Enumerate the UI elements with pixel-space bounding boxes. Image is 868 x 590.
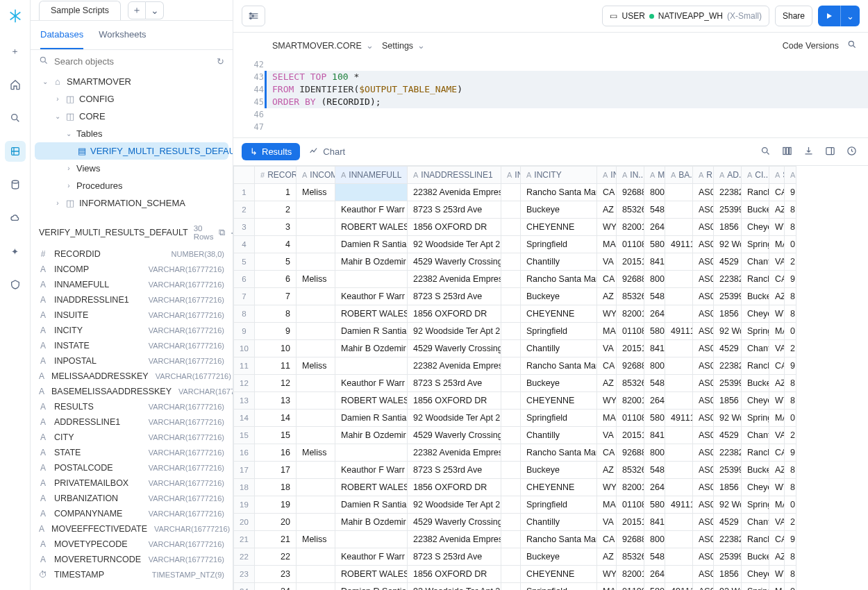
cell[interactable]: AS01,C <box>693 444 714 462</box>
cell[interactable]: 84131 <box>644 427 665 444</box>
cell[interactable]: 92688 <box>617 531 644 548</box>
cell[interactable] <box>501 375 521 392</box>
cell[interactable] <box>501 357 521 375</box>
views-node[interactable]: › Views <box>35 160 228 177</box>
cell[interactable]: 22382 Avenida Empresa <box>408 184 501 201</box>
cell[interactable]: 16 <box>255 444 297 462</box>
cell[interactable]: 25399 <box>714 462 742 479</box>
cell[interactable]: 54871 <box>644 288 665 305</box>
table-row[interactable]: 2323ROBERT WALES1856 OXFORD DRCHEYENNEWY… <box>234 566 796 583</box>
column-row[interactable]: ⏱TIMESTAMPTIMESTAMP_NTZ(9) <box>39 567 224 582</box>
cell[interactable]: Buckeye <box>521 462 597 479</box>
cell[interactable]: 800806 <box>644 271 665 288</box>
cell[interactable]: 25399 <box>714 548 742 566</box>
results-grid-wrap[interactable]: #RECORDIDAINCOMPAINNAMEFULLAINADDRESSLIN… <box>233 166 868 590</box>
cell[interactable]: 22382 Avenida Empresa <box>408 531 501 548</box>
cell[interactable]: 82001 <box>617 305 644 323</box>
column-row[interactable]: AINPOSTALVARCHAR(16777216) <box>39 353 224 369</box>
cell[interactable] <box>665 184 693 201</box>
cell[interactable]: AS01,C <box>693 340 714 357</box>
cell[interactable]: AS01,C <box>693 496 714 514</box>
cell[interactable]: AS01,C <box>693 566 714 583</box>
cell[interactable]: 25399 <box>714 375 742 392</box>
cell[interactable]: 8723 S 253rd Ave <box>408 548 501 566</box>
cell[interactable]: Mahir B Ozdemir <box>335 514 408 531</box>
rail-ai[interactable]: ✦ <box>5 241 26 262</box>
cell[interactable] <box>501 323 521 340</box>
cell[interactable]: 1856 O <box>714 479 742 496</box>
cell[interactable] <box>665 514 693 531</box>
cell[interactable]: 92 Woo <box>714 496 742 514</box>
column-row[interactable]: AMOVERETURNCODEVARCHAR(16777216) <box>39 552 224 567</box>
cell[interactable]: 800806 <box>644 531 665 548</box>
cell[interactable]: CA <box>769 184 785 201</box>
cell[interactable]: Rancho Santa Margarita <box>521 531 597 548</box>
cell[interactable] <box>665 462 693 479</box>
cell[interactable] <box>501 479 521 496</box>
column-row[interactable]: AMELISSAADDRESSKEYVARCHAR(16777216) <box>39 369 224 384</box>
search-editor-icon[interactable] <box>847 40 857 51</box>
cell[interactable]: Meliss <box>297 444 335 462</box>
column-row[interactable]: APOSTALCODEVARCHAR(16777216) <box>39 460 224 475</box>
cell[interactable]: 2 <box>255 201 297 219</box>
cell[interactable]: WY <box>597 305 617 323</box>
cell[interactable]: MA <box>769 323 785 340</box>
col-header[interactable]: AIN... <box>617 167 644 184</box>
context-selector[interactable]: SMARTMOVER.CORE ⌄ <box>272 40 374 51</box>
cell[interactable]: AS01,C <box>693 219 714 236</box>
col-header[interactable]: AINADDRESSLINE1 <box>408 167 501 184</box>
column-row[interactable]: ACITYVARCHAR(16777216) <box>39 430 224 445</box>
table-row[interactable]: 55Mahir B Ozdemir4529 Waverly Crossing L… <box>234 253 796 271</box>
cell[interactable]: AS01,C <box>693 479 714 496</box>
cell[interactable]: 24 <box>255 583 297 591</box>
cell[interactable]: 8 <box>255 305 297 323</box>
cell[interactable]: AS01,C <box>693 427 714 444</box>
col-header[interactable]: AINNAMEFULL <box>335 167 408 184</box>
cell[interactable]: AS01,C <box>693 253 714 271</box>
subtab-databases[interactable]: Databases <box>40 21 83 49</box>
cell[interactable] <box>665 479 693 496</box>
cell[interactable]: Mahir B Ozdemir <box>335 253 408 271</box>
cell[interactable]: 92 Woodside Ter Apt 2L <box>408 323 501 340</box>
cell[interactable]: Rancho <box>742 357 769 375</box>
settings-link[interactable]: Settings ⌄ <box>382 40 425 51</box>
rail-admin[interactable] <box>5 274 26 295</box>
cell[interactable] <box>335 357 408 375</box>
cell[interactable]: Cheyen <box>742 392 769 410</box>
table-row[interactable]: 11Meliss22382 Avenida EmpresaRancho Sant… <box>234 184 796 201</box>
cell[interactable]: 1856 OXFORD DR <box>408 392 501 410</box>
cell[interactable]: 20 <box>255 514 297 531</box>
cell[interactable]: Chanti <box>742 340 769 357</box>
cell[interactable]: 8 <box>785 305 796 323</box>
cell[interactable]: WY <box>597 479 617 496</box>
table-node-selected[interactable]: ▤ VERIFY_MULTI_RESULTS_DEFAULT <box>35 142 228 160</box>
table-row[interactable]: 2020Mahir B Ozdemir4529 Waverly Crossing… <box>234 514 796 531</box>
cell[interactable]: 22382 <box>714 184 742 201</box>
cell[interactable]: 85326 <box>617 548 644 566</box>
cell[interactable]: 54871 <box>644 375 665 392</box>
cell[interactable] <box>297 462 335 479</box>
column-row[interactable]: AMOVETYPECODEVARCHAR(16777216) <box>39 537 224 552</box>
cell[interactable] <box>297 583 335 591</box>
cell[interactable] <box>501 531 521 548</box>
cell[interactable] <box>501 201 521 219</box>
cell[interactable]: VA <box>769 427 785 444</box>
cell[interactable]: 8 <box>785 219 796 236</box>
col-header[interactable]: AINCITY <box>521 167 597 184</box>
cell[interactable]: Keauthor F Warr <box>335 548 408 566</box>
search-input[interactable] <box>54 56 211 67</box>
cell[interactable]: Mahir B Ozdemir <box>335 340 408 357</box>
cell[interactable]: 8723 S 253rd Ave <box>408 375 501 392</box>
cell[interactable]: Rancho Santa Margarita <box>521 184 597 201</box>
cell[interactable]: 9 <box>785 531 796 548</box>
rail-search[interactable] <box>5 108 26 128</box>
cell[interactable]: 20151 <box>617 340 644 357</box>
cell[interactable]: AS01,C <box>693 288 714 305</box>
cell[interactable]: Rancho Santa Margarita <box>521 271 597 288</box>
cell[interactable] <box>297 548 335 566</box>
cell[interactable]: Damien R Santiago <box>335 236 408 253</box>
cell[interactable]: CA <box>769 444 785 462</box>
cell[interactable]: 22382 Avenida Empresa <box>408 271 501 288</box>
col-header[interactable]: AAD... <box>714 167 742 184</box>
cell[interactable]: Buckey <box>742 375 769 392</box>
